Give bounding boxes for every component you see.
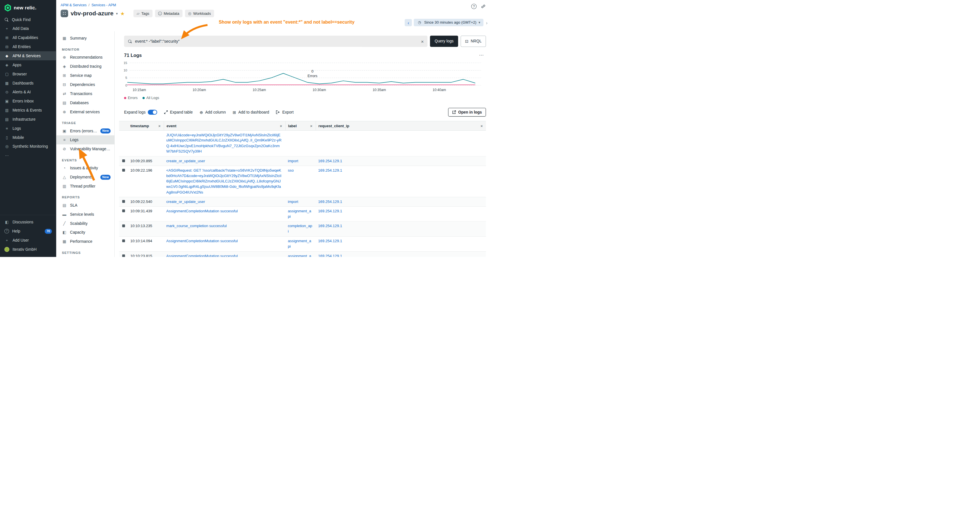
table-row[interactable]: 10:09:31.439AssignmentCompletionMutation… [119,207,486,221]
remove-column-icon[interactable]: × [480,124,483,128]
remove-column-icon[interactable]: × [280,124,282,128]
global-nav-item-dashboards[interactable]: ▦Dashboards [0,78,56,88]
help-icon[interactable]: ? [471,4,477,9]
cell-label[interactable]: completion_api [285,222,316,236]
request-client-ip-column-header[interactable]: request_client_ip × [315,121,486,130]
entity-nav-item-databases[interactable]: ▤Databases [56,98,115,107]
cell-label[interactable]: sso [285,166,316,175]
open-in-logs-button[interactable]: Open in logs [448,108,486,117]
global-nav-item-logs[interactable]: ≡Logs [0,124,56,133]
log-query-input[interactable] [135,39,418,43]
favorite-star-icon[interactable]: ★ [120,11,125,16]
remove-column-icon[interactable]: × [158,124,161,128]
entity-nav-item-vulnerability-management[interactable]: ⊘Vulnerability Management [56,144,115,153]
toggle-on-icon[interactable] [148,110,157,115]
cell-request-client-ip[interactable]: 169.254.129.1 [315,156,486,165]
expand-table-button[interactable]: Expand table [164,110,192,115]
event-column-header[interactable]: event × [164,121,285,130]
cell-event[interactable]: AssignmentCompletionMutation successful [164,207,285,216]
clear-query-icon[interactable]: × [421,39,424,43]
cell-label[interactable]: assignment_api [285,251,316,257]
chart-more-options-icon[interactable]: ⋯ [479,52,486,58]
entity-nav-item-service-levels[interactable]: ▬Service levels [56,210,115,219]
global-nav-item-alerts-ai[interactable]: ⊙Alerts & AI [0,88,56,97]
cell-event[interactable]: JUQVU&code=eyJraWQiOiJjcGltY29yZV8wOTl1M… [164,130,285,156]
cell-label[interactable]: assignment_api [285,237,316,251]
global-nav-item-errors-inbox[interactable]: ▣Errors Inbox [0,97,56,106]
remove-column-icon[interactable]: × [310,124,312,128]
workloads-button[interactable]: ◎ Workloads [185,10,214,17]
global-nav-item-metrics-events[interactable]: ▥Metrics & Events [0,106,56,115]
entity-nav-item-transactions[interactable]: ⇄Transactions [56,89,115,98]
metadata-button[interactable]: i Metadata [155,10,182,17]
row-checkbox-icon[interactable] [122,169,125,172]
entity-nav-item-deployments[interactable]: △DeploymentsNew [56,172,115,181]
timestamp-column-header[interactable]: timestamp × [128,121,164,130]
entity-nav-item-external-services[interactable]: ⊗External services [56,107,115,116]
cell-label[interactable]: import [285,156,316,165]
add-to-dashboard-button[interactable]: ⊞ Add to dashboard [233,110,269,115]
cell-event[interactable]: AssignmentCompletionMutation successful [164,251,285,257]
row-checkbox-icon[interactable] [122,159,125,162]
entity-nav-item-service-map[interactable]: ⊞Service map [56,71,115,80]
cell-request-client-ip[interactable]: 169.254.129.1 [315,207,486,216]
global-nav-item-help[interactable]: ?Help70 [0,226,56,236]
entity-nav-item-scalability[interactable]: ╱Scalability [56,219,115,228]
entity-nav-item-errors-errors-inb[interactable]: ▣Errors (errors inb...New [56,126,115,135]
global-nav-item-quick-find[interactable]: Quick Find [0,15,56,24]
breadcrumb-services-apm[interactable]: Services - APM [91,3,116,7]
global-nav-item-apm-services[interactable]: ◆APM & Services [0,51,56,60]
cell-request-client-ip[interactable]: 169.254.129.1 [315,197,486,206]
time-forward-button[interactable]: › [485,20,488,25]
entity-nav-item-performance[interactable]: ▦Performance [56,237,115,246]
cell-event[interactable]: mark_course_completion successful [164,222,285,231]
table-row[interactable]: 10:09:22.196<ASGIRequest: GET '/sso/call… [119,166,486,197]
label-column-header[interactable]: label × [285,121,316,130]
entity-nav-item-recommendations[interactable]: ⊕Recommendations [56,53,115,62]
global-nav-item-more[interactable]: ⋯ [0,151,56,160]
entity-nav-item-summary[interactable]: ▦Summary [56,34,115,43]
global-nav-item-discussions[interactable]: ◧Discussions [0,218,56,226]
table-row[interactable]: 10:10:23.815AssignmentCompletionMutation… [119,251,486,257]
cell-request-client-ip[interactable]: 169.254.129.1 [315,166,486,175]
new-relic-logo[interactable]: new relic. [0,0,56,15]
table-row[interactable]: 10:09:20.895create_or_update_userimport1… [119,156,486,166]
table-row[interactable]: 10:10:13.235mark_course_completion succe… [119,222,486,237]
cell-event[interactable]: create_or_update_user [164,197,285,206]
cell-event[interactable]: <ASGIRequest: GET '/sso/callback/?state=… [164,166,285,197]
legend-all-logs[interactable]: All Logs [143,96,159,100]
breadcrumb-apm-services[interactable]: APM & Services [60,3,86,7]
row-checkbox-icon[interactable] [122,239,125,242]
time-back-button[interactable]: ‹ [405,19,412,26]
chevron-down-icon[interactable]: ▾ [116,11,118,15]
entity-nav-item-dependencies[interactable]: ⊟Dependencies [56,80,115,89]
row-checkbox-icon[interactable] [122,210,125,212]
entity-nav-item-capacity[interactable]: ◧Capacity [56,228,115,237]
row-checkbox-icon[interactable] [122,224,125,228]
table-row[interactable]: 10:10:14.094AssignmentCompletionMutation… [119,237,486,251]
entity-nav-item-sla[interactable]: ▤SLA [56,201,115,210]
cell-event[interactable]: AssignmentCompletionMutation successful [164,237,285,246]
cell-request-client-ip[interactable]: 169.254.129.1 [315,237,486,246]
expand-logs-toggle[interactable]: Expand logs [124,110,157,115]
entity-nav-item-thread-profiler[interactable]: ▥Thread profiler [56,181,115,191]
cell-label[interactable]: import [285,197,316,206]
tags-button[interactable]: ▱ Tags [134,10,153,17]
global-nav-item-iterativ-gmbh[interactable]: Iterativ GmbH [0,245,56,254]
query-logs-button[interactable]: Query logs [430,36,458,47]
log-search-box[interactable]: × [124,36,427,47]
global-nav-item-add-user[interactable]: +Add User [0,236,56,245]
add-column-button[interactable]: ⊕ Add column [200,110,226,115]
global-nav-item-mobile[interactable]: ▯Mobile [0,133,56,142]
permalink-icon[interactable] [481,4,485,8]
global-nav-item-add-data[interactable]: +Add Data [0,24,56,33]
nrql-button[interactable]: ⊡ NRQL [461,36,486,47]
row-checkbox-icon[interactable] [122,200,125,203]
global-nav-item-all-capabilities[interactable]: ⊞All Capabilities [0,33,56,42]
time-range-button[interactable]: ◷ Since 30 minutes ago (GMT+2) ▾ [414,19,483,26]
cell-label[interactable]: assignment_api [285,207,316,221]
table-row[interactable]: 10:09:22.540create_or_update_userimport1… [119,197,486,207]
cell-event[interactable]: create_or_update_user [164,156,285,165]
table-row[interactable]: JUQVU&code=eyJraWQiOiJjcGltY29yZV8wOTl1M… [119,130,486,156]
export-button[interactable]: Export [276,110,294,115]
